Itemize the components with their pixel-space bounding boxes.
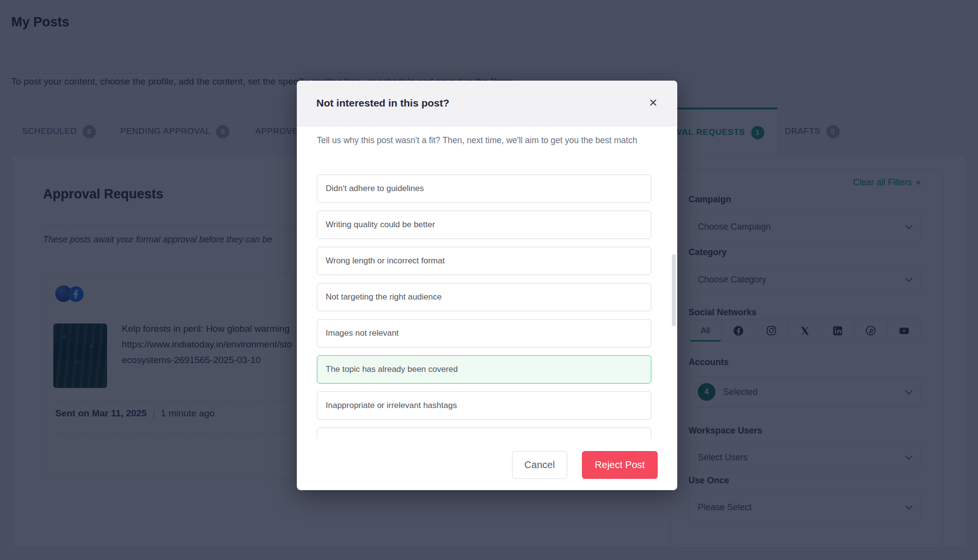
reason-option[interactable]: Didn't adhere to guidelines <box>317 174 651 203</box>
modal-header: Not interested in this post? ✕ <box>297 81 677 126</box>
modal-scrollbar[interactable] <box>672 254 676 326</box>
reason-option[interactable]: Wrong length or incorrect format <box>317 247 651 275</box>
reject-post-modal: Not interested in this post? ✕ Tell us w… <box>297 81 677 490</box>
reject-reason-list: Didn't adhere to guidelines Writing qual… <box>317 174 651 438</box>
modal-footer: Cancel Reject Post <box>512 451 658 479</box>
reject-post-button[interactable]: Reject Post <box>582 451 658 479</box>
reason-option[interactable]: Writing quality could be better <box>317 211 651 239</box>
modal-title: Not interested in this post? <box>316 97 449 109</box>
reason-option-partial[interactable] <box>317 428 651 438</box>
close-icon[interactable]: ✕ <box>649 98 658 108</box>
reason-option[interactable]: Images not relevant <box>317 319 651 347</box>
reason-option-selected[interactable]: The topic has already been covered <box>317 355 651 384</box>
reason-option[interactable]: Inappropriate or irrelevant hashtags <box>317 391 651 420</box>
modal-description: Tell us why this post wasn't a fit? Then… <box>317 133 645 148</box>
app-root: My Posts To post your content, choose th… <box>0 0 978 560</box>
reason-option[interactable]: Not targeting the right audience <box>317 283 651 311</box>
cancel-button[interactable]: Cancel <box>512 451 567 479</box>
